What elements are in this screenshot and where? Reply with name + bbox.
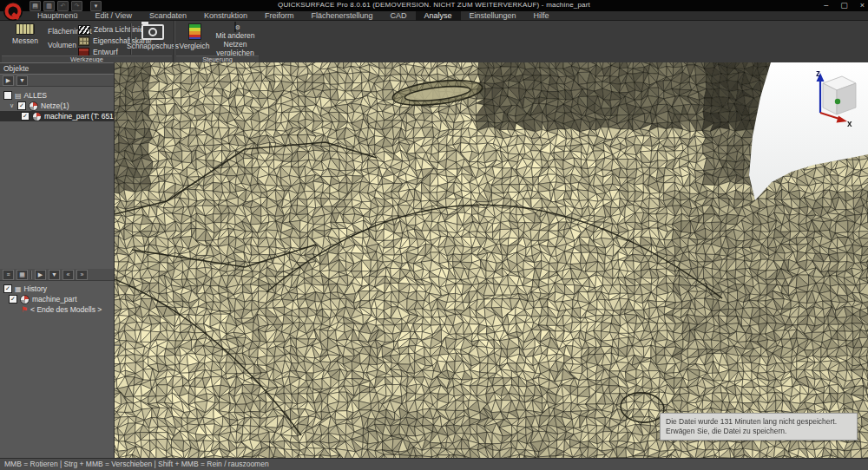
menu-item-hauptmenu[interactable]: Hauptmenü [29, 11, 87, 21]
mesh-icon [20, 295, 30, 304]
objects-panel-toolbar: ▶ ▼ [0, 75, 114, 87]
skip-to-start-icon[interactable]: « [62, 270, 74, 280]
menu-item-konstruktion[interactable]: Konstruktion [195, 11, 256, 21]
checkbox-machine-part[interactable]: ✓ [21, 112, 30, 121]
checkbox-history-machine-part[interactable]: ✓ [9, 295, 17, 304]
objects-panel-header: Objekte [0, 62, 114, 75]
end-marker-flag-icon: ⚑ [21, 306, 28, 314]
y-axis-dot [835, 99, 840, 104]
app-logo-icon [3, 1, 23, 22]
gear-icon: ⚙ [235, 24, 240, 31]
tree-item-netze[interactable]: ∨ ✓ Netze(1) [0, 101, 114, 111]
menu-item-analyse[interactable]: Analyse [416, 11, 461, 21]
mit-anderen-netzen-vergleichen-button[interactable]: ⚙ Mit anderen Netzen vergleichen [212, 23, 259, 55]
window-title: QUICKSURFACE Pro 8.0.61 (DEMOVERSION. NI… [0, 1, 868, 9]
ribbon-toolbar: Messen Flächeninhalt Volumen Zebra Licht… [0, 21, 868, 63]
ruler-icon [16, 23, 35, 35]
checkbox-netze[interactable]: ✓ [17, 101, 26, 110]
show-all-icon[interactable]: ▶ [3, 75, 14, 86]
checkbox-history[interactable]: ✓ [3, 284, 12, 293]
deviation-colormap-icon [188, 23, 201, 40]
tree-view-icon[interactable]: ▦ [16, 270, 28, 280]
toolbar-separator [30, 271, 32, 279]
list-view-icon[interactable]: ≡ [3, 270, 14, 280]
camera-icon [141, 24, 164, 40]
menu-item-hilfe[interactable]: Hilfe [525, 11, 558, 21]
filter-icon[interactable]: ▼ [16, 75, 28, 86]
tree-item-machine-part[interactable]: ✓ machine_part (T: 651 304) [0, 111, 114, 121]
schnappschuss-button[interactable]: Schnappschuss [134, 23, 172, 55]
play-history-icon[interactable]: ▶ [35, 270, 46, 280]
mouse-hints-text: MMB = Rotieren | Strg + MMB = Verschiebe… [4, 460, 269, 468]
menu-bar: Hauptmenü Edit / View Scandaten Konstruk… [0, 11, 868, 21]
3d-viewport[interactable]: z x Die Datei wurde 131 Minuten lang nic… [115, 62, 868, 458]
mesh-model-machine-part[interactable] [115, 62, 868, 458]
mesh-group-icon [29, 101, 38, 111]
notification-line1: Die Datei wurde 131 Minuten lang nicht g… [666, 417, 852, 427]
layers-icon: ▤ [15, 92, 22, 100]
ribbon-group-separator [174, 21, 175, 62]
checkbox-alles[interactable]: ✓ [3, 91, 12, 100]
tree-item-ende-des-modells[interactable]: ⚑ < Ende des Modells > [0, 304, 114, 315]
history-root-icon: ▦ [15, 285, 22, 293]
zebra-stripes-icon [78, 25, 90, 35]
menu-item-flaechenerstellung[interactable]: Flächenerstellung [302, 11, 381, 21]
property-map-icon [78, 36, 89, 46]
tree-item-history-machine-part[interactable]: ✓ machine_part [0, 294, 114, 304]
menu-item-freiform[interactable]: Freiform [256, 11, 303, 21]
history-filter-icon[interactable]: ▼ [49, 270, 60, 280]
messen-button[interactable]: Messen [7, 23, 43, 55]
navigation-cube[interactable]: z x [797, 68, 861, 127]
chevron-down-icon[interactable]: ∨ [9, 102, 15, 109]
menu-item-einstellungen[interactable]: Einstellungen [461, 11, 525, 21]
history-panel-toolbar: ≡ ▦ ▶ ▼ « » [0, 269, 114, 281]
skip-to-end-icon[interactable]: » [76, 270, 88, 280]
tree-item-history[interactable]: ✓ ▦ History [0, 284, 114, 294]
vergleich-button[interactable]: Vergleich [179, 23, 210, 55]
z-axis-label: z [816, 69, 820, 78]
notification-line2: Erwägen Sie, die Datei zu speichern. [666, 427, 852, 436]
menu-item-scandaten[interactable]: Scandaten [141, 11, 195, 21]
menu-item-cad[interactable]: CAD [382, 11, 416, 21]
title-bar: ▤ ▥ ↶ ↷ ▾ QUICKSURFACE Pro 8.0.61 (DEMOV… [0, 0, 868, 11]
mesh-icon [32, 112, 42, 121]
menu-item-edit-view[interactable]: Edit / View [87, 11, 141, 21]
status-bar: MMB = Rotieren | Strg + MMB = Verschiebe… [0, 458, 868, 470]
left-sidebar: Objekte ▶ ▼ ✓ ▤ ALLES ∨ ✓ Netze(1) ✓ mac… [0, 62, 115, 458]
close-button[interactable]: × [860, 0, 865, 11]
unsaved-file-notification[interactable]: Die Datei wurde 131 Minuten lang nicht g… [660, 413, 858, 441]
volumen-button[interactable]: Volumen [48, 40, 76, 50]
tree-item-alles[interactable]: ✓ ▤ ALLES [0, 90, 114, 101]
restore-button[interactable]: ▢ [840, 0, 848, 11]
x-axis-label: x [847, 119, 852, 127]
minimize-button[interactable]: – [824, 0, 828, 11]
